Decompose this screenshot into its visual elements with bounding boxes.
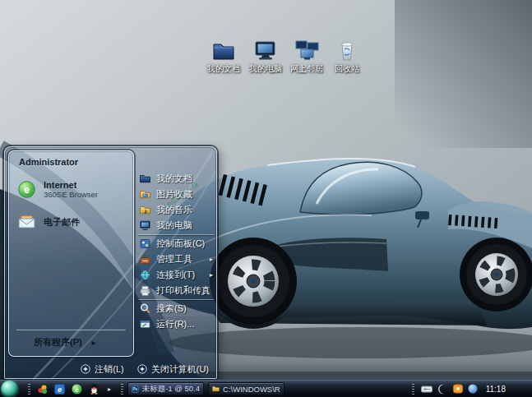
svg-text:e: e <box>24 184 30 196</box>
divider <box>138 299 214 300</box>
desktop-icon-label: 网上邻居 <box>284 64 330 73</box>
menu-item-my-pictures[interactable]: 图片收藏 <box>136 187 215 202</box>
quick-launch-qq-icon[interactable] <box>89 383 99 395</box>
menu-item-my-documents[interactable]: 我的文档 <box>136 171 215 187</box>
desktop-icon-my-computer[interactable]: 我的电脑 <box>243 39 289 73</box>
menu-item-label: 连接到(T) <box>156 269 195 281</box>
window-title: 未标题-1 @ 50.4% ... <box>142 384 200 395</box>
folder-music-icon: ♪ <box>139 204 151 216</box>
run-icon <box>139 318 151 330</box>
divider <box>138 234 214 235</box>
shut-down-button[interactable]: 关闭计算机(U) <box>137 363 209 376</box>
desktop-icon-my-documents[interactable]: 我的文档 <box>201 39 247 73</box>
desktop-icon-label: 我的电脑 <box>243 64 289 73</box>
tray-moon-icon[interactable] <box>437 384 448 395</box>
start-button[interactable] <box>1 381 18 397</box>
network-places-icon <box>293 39 321 62</box>
taskbar-grip[interactable] <box>28 384 30 395</box>
photoshop-icon: Ps <box>132 385 139 394</box>
taskbar-grip[interactable] <box>121 384 123 395</box>
all-programs-button[interactable]: 所有程序(P) ▸ <box>34 336 95 349</box>
menu-item-connect-to[interactable]: 连接到(T) ▸ <box>136 267 215 283</box>
rear-wheel <box>210 238 297 325</box>
menu-item-label: 控制面板(C) <box>156 238 205 250</box>
menu-item-label: 运行(R)... <box>156 318 194 330</box>
log-off-button[interactable]: 注销(L) <box>81 363 123 376</box>
menu-item-run[interactable]: 运行(R)... <box>136 316 215 332</box>
admin-tools-icon <box>139 253 151 265</box>
menu-item-label: 图片收藏 <box>156 188 192 201</box>
quick-launch-bar: e e ▸ <box>37 383 111 395</box>
taskbar: e e ▸ Ps 未标题-1 @ 50.4% ... <box>0 380 532 397</box>
menu-item-my-computer[interactable]: 我的电脑 <box>136 218 215 233</box>
svg-text:e: e <box>58 385 62 394</box>
my-documents-icon <box>210 39 238 62</box>
taskbar-window-explorer[interactable]: C:\WINDOWS\Reso... <box>208 382 285 395</box>
connect-to-icon <box>139 269 151 281</box>
submenu-arrow-icon: ▸ <box>210 271 215 279</box>
user-name: Administrator <box>19 157 133 167</box>
desktop-icon-label: 我的文档 <box>201 64 247 73</box>
svg-text:Ps: Ps <box>132 387 137 391</box>
control-panel-icon <box>139 238 151 250</box>
all-programs-label: 所有程序(P) <box>34 336 82 349</box>
menu-item-label: 我的电脑 <box>156 219 192 232</box>
desktop-icon-recycle-bin[interactable]: 回收站 <box>324 39 370 73</box>
taskbar-clock[interactable]: 11:18 <box>486 385 506 394</box>
log-off-label: 注销(L) <box>95 363 123 376</box>
menu-item-label: 我的音乐 <box>156 204 192 216</box>
pinned-title: 电子邮件 <box>44 217 80 227</box>
start-menu-footer: 注销(L) 关闭计算机(U) <box>81 362 209 376</box>
quick-launch-360se-icon[interactable]: e <box>72 384 82 395</box>
menu-item-label: 我的文档 <box>156 173 192 185</box>
menu-item-admin-tools[interactable]: 管理工具 ▸ <box>136 252 215 267</box>
log-off-icon <box>81 364 90 374</box>
quick-launch-ie-icon[interactable]: e <box>54 384 65 395</box>
start-menu: Administrator e Internet 360SE Browser <box>4 146 217 379</box>
menu-item-control-panel[interactable]: 控制面板(C) <box>136 236 215 252</box>
pinned-email[interactable]: 电子邮件 <box>17 212 133 231</box>
taskbar-window-photoshop[interactable]: Ps 未标题-1 @ 50.4% ... <box>127 382 204 395</box>
printer-icon <box>139 284 151 297</box>
svg-text:e: e <box>75 385 79 393</box>
desktop: eColor.tk 我的文档 我的电脑 网上邻居 <box>0 0 532 397</box>
pinned-title: Internet <box>44 180 98 190</box>
menu-item-search[interactable]: 搜索(S) <box>136 301 215 316</box>
start-menu-left-pane: Administrator e Internet 360SE Browser <box>8 150 134 357</box>
system-tray: 11:18 <box>412 384 532 395</box>
menu-item-label: 管理工具 <box>156 253 192 265</box>
tray-language-icon[interactable] <box>421 385 433 393</box>
desktop-icon-label: 回收站 <box>324 64 370 73</box>
divider <box>16 329 126 330</box>
folder-documents-icon <box>139 173 151 185</box>
svg-text:♪: ♪ <box>144 207 147 215</box>
folder-pictures-icon <box>139 188 151 201</box>
my-computer-icon <box>252 39 280 62</box>
tray-grip[interactable] <box>412 384 414 395</box>
desktop-icon-network-places[interactable]: 网上邻居 <box>284 39 330 73</box>
shut-down-label: 关闭计算机(U) <box>151 363 209 376</box>
shut-down-icon <box>137 364 147 374</box>
pinned-internet-browser[interactable]: e Internet 360SE Browser <box>17 180 133 199</box>
quick-launch-360-icon[interactable] <box>37 384 48 395</box>
menu-item-my-music[interactable]: ♪ 我的音乐 <box>136 202 215 218</box>
email-icon <box>17 212 36 231</box>
menu-item-label: 搜索(S) <box>156 302 187 315</box>
search-icon <box>139 302 151 315</box>
recycle-bin-icon <box>333 39 361 62</box>
folder-icon <box>212 385 220 393</box>
submenu-arrow-icon: ▸ <box>210 256 215 263</box>
start-menu-right-pane: 我的文档 图片收藏 ♪ 我的音乐 <box>136 171 215 332</box>
quick-launch-expand-icon[interactable]: ▸ <box>108 385 111 393</box>
360se-browser-icon: e <box>17 180 36 199</box>
my-computer-small-icon <box>139 219 151 232</box>
front-wheel <box>460 238 532 312</box>
tray-browser-icon[interactable] <box>468 384 478 394</box>
all-programs-arrow-icon: ▸ <box>92 339 96 347</box>
tray-qq-icon[interactable] <box>453 384 463 394</box>
window-title: C:\WINDOWS\Reso... <box>223 385 280 394</box>
menu-item-printers-faxes[interactable]: 打印机和传真 <box>136 283 215 298</box>
pinned-subtitle: 360SE Browser <box>44 190 98 199</box>
menu-item-label: 打印机和传真 <box>156 284 210 297</box>
